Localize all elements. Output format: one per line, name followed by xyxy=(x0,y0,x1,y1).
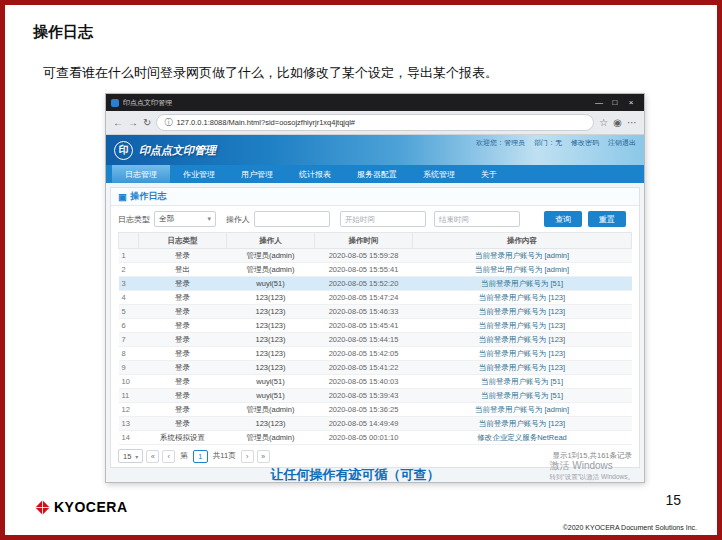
table-row[interactable]: 14系统模拟设置管理员(admin)2020-08-05 00:01:10修改企… xyxy=(119,431,632,445)
table-row[interactable]: 8登录123(123)2020-08-05 15:42:05当前登录用户账号为 … xyxy=(119,347,632,361)
cell-no: 1 xyxy=(119,249,139,263)
minimize-button[interactable]: — xyxy=(591,98,607,107)
table-row[interactable]: 2登出管理员(admin)2020-08-05 15:55:41当前登出用户账号… xyxy=(119,263,632,277)
column-header[interactable]: 操作人 xyxy=(227,233,315,249)
refresh-icon[interactable]: ↻ xyxy=(143,117,151,128)
logout-link[interactable]: 注销退出 xyxy=(608,138,636,148)
cell-op: 123(123) xyxy=(227,347,315,361)
table-row[interactable]: 5登录123(123)2020-08-05 15:46:33当前登录用户账号为 … xyxy=(119,305,632,319)
log-table-body: 1登录管理员(admin)2020-08-05 15:59:28当前登录用户账号… xyxy=(119,249,632,445)
info-icon[interactable]: ⓘ xyxy=(164,117,172,128)
cell-content: 当前登录用户账号为 [123] xyxy=(413,347,632,361)
table-row[interactable]: 10登录wuyi(51)2020-08-05 15:40:03当前登录用户账号为… xyxy=(119,375,632,389)
cell-content: 当前登录用户账号为 [51] xyxy=(413,277,632,291)
nav-tab-4[interactable]: 统计报表 xyxy=(286,165,344,183)
maximize-button[interactable]: □ xyxy=(607,98,623,107)
slide: 操作日志 可查看谁在什么时间登录网页做了什么，比如修改了某个设定，导出某个报表。… xyxy=(0,0,722,540)
cell-content: 当前登录用户账号为 [123] xyxy=(413,361,632,375)
start-time-input[interactable] xyxy=(340,211,426,227)
end-time-input[interactable] xyxy=(434,211,520,227)
nav-tab-1[interactable]: 日志管理 xyxy=(112,165,170,183)
cell-op: 123(123) xyxy=(227,417,315,431)
web-app: 印 印点点文印管理 欢迎您：管理员 部门：无 修改密码 注销退出 日志管理作业管… xyxy=(106,135,644,482)
cell-content: 当前登录用户账号为 [admin] xyxy=(413,249,632,263)
current-page[interactable]: 1 xyxy=(193,450,208,463)
cell-content: 当前登录用户账号为 [51] xyxy=(413,375,632,389)
cell-type: 登录 xyxy=(139,389,227,403)
cell-content: 当前登录用户账号为 [123] xyxy=(413,333,632,347)
cell-type: 系统模拟设置 xyxy=(139,431,227,445)
first-page-button[interactable]: « xyxy=(146,450,159,463)
table-row[interactable]: 9登录123(123)2020-08-05 15:41:22当前登录用户账号为 … xyxy=(119,361,632,375)
cell-op: 123(123) xyxy=(227,361,315,375)
cell-no: 5 xyxy=(119,305,139,319)
page-size-select[interactable]: 15 ▾ xyxy=(118,449,143,463)
change-password-link[interactable]: 修改密码 xyxy=(571,138,599,148)
column-header[interactable]: 日志类型 xyxy=(139,233,227,249)
nav-tab-7[interactable]: 关于 xyxy=(468,165,510,183)
column-header[interactable]: 操作时间 xyxy=(315,233,413,249)
forward-icon[interactable]: → xyxy=(128,117,138,128)
last-page-button[interactable]: » xyxy=(257,450,270,463)
table-row[interactable]: 3登录wuyi(51)2020-08-05 15:52:20当前登录用户账号为 … xyxy=(119,277,632,291)
column-header[interactable]: 操作内容 xyxy=(413,233,632,249)
cell-content: 当前登录用户账号为 [123] xyxy=(413,305,632,319)
cell-time: 2020-08-05 15:55:41 xyxy=(315,263,413,277)
cell-no: 7 xyxy=(119,333,139,347)
favorite-icon[interactable]: ☆ xyxy=(599,117,608,128)
table-row[interactable]: 11登录wuyi(51)2020-08-05 15:39:43当前登录用户账号为… xyxy=(119,389,632,403)
address-bar[interactable]: ⓘ 127.0.0.1:8088/Main.html?sid=oosojzfhi… xyxy=(156,114,594,131)
cell-type: 登录 xyxy=(139,417,227,431)
nav-tab-5[interactable]: 服务器配置 xyxy=(344,165,410,183)
cell-op: wuyi(51) xyxy=(227,277,315,291)
cell-type: 登录 xyxy=(139,361,227,375)
next-page-button[interactable]: › xyxy=(241,450,254,463)
back-icon[interactable]: ← xyxy=(113,117,123,128)
prev-page-button[interactable]: ‹ xyxy=(162,450,175,463)
copyright-text: ©2020 KYOCERA Document Solutions Inc. xyxy=(563,524,697,531)
cell-time: 2020-08-05 15:40:03 xyxy=(315,375,413,389)
app-logo-icon: 印 xyxy=(114,141,133,160)
search-button[interactable]: 查询 xyxy=(544,211,582,227)
table-row[interactable]: 1登录管理员(admin)2020-08-05 15:59:28当前登录用户账号… xyxy=(119,249,632,263)
kyocera-brand-text: KYOCERA xyxy=(54,499,128,515)
browser-window: 印点点文印管理 — □ × ← → ↻ ⓘ 127.0.0.1:8088/Mai… xyxy=(105,93,645,483)
tagline: 让任何操作有迹可循（可查） xyxy=(105,466,605,484)
cell-no: 2 xyxy=(119,263,139,277)
nav-tab-6[interactable]: 系统管理 xyxy=(410,165,468,183)
menu-icon[interactable]: ⋯ xyxy=(627,117,637,128)
cell-no: 14 xyxy=(119,431,139,445)
cell-op: wuyi(51) xyxy=(227,375,315,389)
table-row[interactable]: 7登录123(123)2020-08-05 15:44:15当前登录用户账号为 … xyxy=(119,333,632,347)
cell-type: 登录 xyxy=(139,305,227,319)
cell-op: 123(123) xyxy=(227,319,315,333)
cell-no: 9 xyxy=(119,361,139,375)
welcome-text: 欢迎您：管理员 xyxy=(476,138,525,148)
cell-no: 8 xyxy=(119,347,139,361)
favicon-icon xyxy=(111,99,119,107)
panel-title: 操作日志 xyxy=(131,190,167,203)
cell-time: 2020-08-05 15:36:25 xyxy=(315,403,413,417)
cell-type: 登录 xyxy=(139,403,227,417)
table-row[interactable]: 12登录管理员(admin)2020-08-05 15:36:25当前登录用户账… xyxy=(119,403,632,417)
browser-urlbar: ← → ↻ ⓘ 127.0.0.1:8088/Main.html?sid=oos… xyxy=(106,111,644,135)
cell-content: 当前登录用户账号为 [123] xyxy=(413,291,632,305)
log-type-select[interactable]: 全部 ▾ xyxy=(154,211,216,227)
url-text: 127.0.0.1:8088/Main.html?sid=oosojzfhiyr… xyxy=(176,118,355,127)
table-row[interactable]: 13登录123(123)2020-08-05 14:49:49当前登录用户账号为… xyxy=(119,417,632,431)
cell-type: 登录 xyxy=(139,249,227,263)
close-button[interactable]: × xyxy=(623,98,639,107)
reset-button[interactable]: 重置 xyxy=(588,211,626,227)
profile-icon[interactable]: ◉ xyxy=(613,117,622,128)
log-type-value: 全部 xyxy=(159,214,174,224)
app-header: 印 印点点文印管理 欢迎您：管理员 部门：无 修改密码 注销退出 xyxy=(106,135,644,165)
cell-content: 修改企业定义服务NetRead xyxy=(413,431,632,445)
page-title: 操作日志 xyxy=(33,23,93,42)
nav-tab-3[interactable]: 用户管理 xyxy=(228,165,286,183)
table-row[interactable]: 4登录123(123)2020-08-05 15:47:24当前登录用户账号为 … xyxy=(119,291,632,305)
operator-input[interactable] xyxy=(254,211,330,227)
operator-label: 操作人 xyxy=(226,214,250,225)
table-row[interactable]: 6登录123(123)2020-08-05 15:45:41当前登录用户账号为 … xyxy=(119,319,632,333)
cell-op: 管理员(admin) xyxy=(227,249,315,263)
nav-tab-2[interactable]: 作业管理 xyxy=(170,165,228,183)
